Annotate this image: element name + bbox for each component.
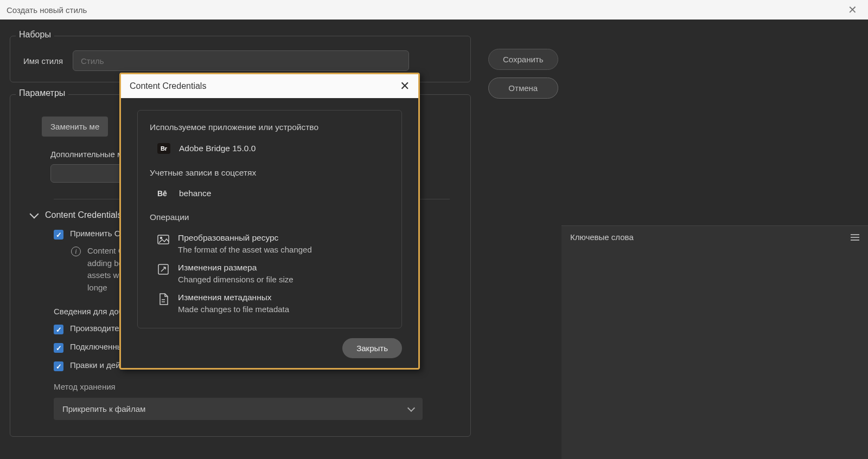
edits-checkbox[interactable] xyxy=(54,361,63,371)
op-title: Изменения метаданных xyxy=(178,293,289,302)
content-credentials-title: Content Credentials xyxy=(45,210,122,220)
modal-title: Content Credentials xyxy=(130,81,206,91)
social-section-header: Учетные записи в соцсетях xyxy=(150,168,390,178)
modal-content: Используемое приложение или устройство B… xyxy=(137,110,402,328)
operations-section-header: Операции xyxy=(150,212,390,222)
op-title: Преобразованный ресурс xyxy=(178,233,312,243)
params-legend: Параметры xyxy=(16,88,68,98)
panel-title: Ключевые слова xyxy=(570,232,634,242)
replace-metadata-button[interactable]: Заменить ме xyxy=(42,117,108,137)
apply-cc-label: Применить Co xyxy=(70,229,125,238)
apply-cc-checkbox[interactable] xyxy=(54,230,63,240)
connected-checkbox[interactable] xyxy=(54,343,63,353)
storage-method-label: Метод хранения xyxy=(54,382,457,391)
op-desc: Made changes to file metadata xyxy=(178,305,289,314)
app-section-header: Используемое приложение или устройство xyxy=(150,122,390,132)
keywords-panel: Ключевые слова xyxy=(561,225,868,459)
storage-method-select[interactable]: Прикрепить к файлам xyxy=(54,398,423,420)
behance-icon: Bē xyxy=(157,189,170,198)
op-desc: Changed dimensions or file size xyxy=(178,275,293,284)
window-title: Создать новый стиль xyxy=(7,5,87,15)
sets-legend: Наборы xyxy=(16,30,54,40)
image-icon xyxy=(157,234,169,245)
svg-point-1 xyxy=(161,237,162,239)
op-desc: The format of the asset was changed xyxy=(178,245,312,254)
close-icon[interactable]: ✕ xyxy=(400,79,410,93)
storage-method-value: Прикрепить к файлам xyxy=(62,404,145,413)
content-credentials-modal: Content Credentials ✕ Используемое прило… xyxy=(119,73,420,370)
operation-row: Изменения размера Changed dimensions or … xyxy=(157,263,390,284)
modal-titlebar: Content Credentials ✕ xyxy=(121,74,418,98)
close-button[interactable]: Закрыть xyxy=(342,338,402,358)
chevron-down-icon xyxy=(407,404,415,411)
edits-label: Правки и дей xyxy=(70,360,120,370)
cancel-button[interactable]: Отмена xyxy=(488,77,558,99)
close-icon[interactable]: ✕ xyxy=(844,1,861,18)
bridge-icon: Br xyxy=(157,143,170,154)
op-title: Изменения размера xyxy=(178,263,293,273)
save-button[interactable]: Сохранить xyxy=(488,49,558,70)
info-icon: i xyxy=(71,247,81,256)
operation-row: Изменения метаданных Made changes to fil… xyxy=(157,293,390,314)
producer-checkbox[interactable] xyxy=(54,325,63,334)
style-name-label: Имя стиля xyxy=(23,56,63,66)
chevron-down-icon xyxy=(30,210,39,219)
menu-icon[interactable] xyxy=(851,234,859,241)
style-name-input[interactable] xyxy=(73,50,409,71)
resize-icon xyxy=(157,264,169,275)
operation-row: Преобразованный ресурс The format of the… xyxy=(157,233,390,254)
app-name: Adobe Bridge 15.0.0 xyxy=(179,144,256,153)
metadata-icon xyxy=(157,294,169,305)
connected-label: Подключенны xyxy=(70,342,123,351)
app-row: Br Adobe Bridge 15.0.0 xyxy=(157,143,390,154)
social-row: Bē behance xyxy=(157,189,390,198)
social-account: behance xyxy=(179,189,211,198)
window-titlebar: Создать новый стиль ✕ xyxy=(0,0,868,20)
